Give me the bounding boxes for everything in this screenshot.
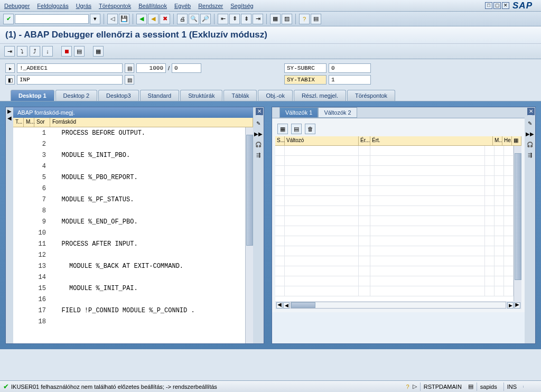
continue-icon[interactable]: ↓ (42, 46, 53, 57)
save-icon[interactable]: 💾 (119, 14, 129, 24)
first-page-icon[interactable]: ⇤ (218, 14, 228, 24)
help-icon[interactable]: ? (299, 14, 310, 24)
maximize-icon[interactable]: ▢ (493, 2, 501, 9)
hscroll-next-icon[interactable]: ▶ (507, 302, 514, 309)
source-close-icon[interactable]: ✕ (256, 108, 263, 115)
close-icon[interactable]: ✕ (502, 2, 509, 9)
variable-row[interactable] (275, 236, 514, 246)
tab-objects[interactable]: Obj.-ok (258, 90, 292, 101)
step-out-icon[interactable]: ⤴ (30, 46, 40, 57)
code-line[interactable]: 7 MODULE %_PF_STATUS. (13, 194, 245, 205)
event-input[interactable] (17, 75, 123, 85)
var-v-scrollbar[interactable] (514, 146, 521, 301)
tool-step-icon[interactable]: ▶▶ (254, 129, 263, 138)
step-into-icon[interactable]: ⇥ (4, 46, 15, 57)
next-page-icon[interactable]: ⇟ (241, 14, 251, 24)
col-m[interactable]: M... (24, 118, 34, 127)
back-icon[interactable]: ◁ (107, 14, 118, 24)
find-next-icon[interactable]: 🔎 (200, 14, 211, 24)
tab-breakpoints[interactable]: Töréspontok (347, 90, 395, 101)
back-green-icon[interactable]: ◀ (136, 14, 147, 24)
count1-input[interactable] (136, 63, 166, 73)
layout-icon[interactable]: ▤ (311, 14, 321, 24)
event-help-icon[interactable]: ▤ (125, 75, 134, 85)
menu-help[interactable]: Segítség (230, 3, 253, 9)
var-delete-icon[interactable]: 🗑 (305, 124, 315, 134)
last-page-icon[interactable]: ⇥ (253, 14, 263, 24)
menu-system[interactable]: Rendszer (198, 3, 223, 9)
hscroll-first-icon[interactable]: ⯇ (276, 302, 283, 309)
col-sor[interactable]: Sor (34, 118, 50, 127)
code-line[interactable]: 6 (13, 183, 245, 194)
watchpoint-icon[interactable]: ▤ (74, 46, 85, 57)
tab-tables[interactable]: Táblák (223, 90, 257, 101)
tool-edit2-icon[interactable]: ✎ (526, 119, 534, 127)
print-icon[interactable]: 🖨 (177, 14, 188, 24)
dropdown-icon[interactable]: ▾ (90, 14, 100, 24)
var-close-icon[interactable]: ✕ (527, 108, 535, 115)
code-line[interactable]: 15 MODULE %_INIT_PAI. (13, 283, 245, 294)
tool-headset2-icon[interactable]: 🎧 (526, 140, 534, 148)
tool-tree-icon[interactable]: ⇶ (254, 151, 263, 159)
minimize-icon[interactable]: □ (485, 2, 492, 9)
layout-save-icon[interactable]: ▦ (93, 46, 104, 57)
var-col-sel[interactable]: ▦ (512, 136, 521, 145)
program-input[interactable] (17, 63, 123, 73)
tool-step2-icon[interactable]: ▶▶ (526, 129, 534, 138)
code-line[interactable]: 10 (13, 227, 245, 238)
col-code[interactable]: Forráskód (50, 118, 253, 127)
var-col-e1[interactable]: Ér... (359, 136, 370, 145)
variable-row[interactable] (275, 216, 514, 226)
code-line[interactable]: 12 (13, 249, 245, 260)
find-icon[interactable]: 🔍 (189, 14, 199, 24)
var-grid[interactable] (275, 146, 514, 301)
code-line[interactable]: 8 (13, 205, 245, 216)
var-col-var[interactable]: Változó (285, 136, 359, 145)
code-line[interactable]: 13 MODULE %_BACK AT EXIT-COMMAND. (13, 260, 245, 272)
tab-desktop1[interactable]: Desktop 1 (11, 90, 54, 101)
variable-row[interactable] (275, 156, 514, 166)
code-line[interactable]: 2 (13, 138, 245, 150)
code-line[interactable]: 17 FIELD !P_CONNID MODULE %_P_CONNID . (13, 305, 245, 316)
code-line[interactable]: 5 MODULE %_PBO_REPORT. (13, 172, 245, 183)
code-line[interactable]: 14 (13, 272, 245, 283)
var-col-s[interactable]: S... (275, 136, 285, 145)
code-line[interactable]: 4 (13, 161, 245, 172)
variable-row[interactable] (275, 256, 514, 266)
variable-row[interactable] (275, 286, 514, 296)
var-tab2[interactable]: Változók 2 (318, 107, 357, 118)
var-table-icon[interactable]: ▦ (277, 124, 288, 134)
code-area[interactable]: 1 PROCESS BEFORE OUTPUT.23 MODULE %_INIT… (13, 127, 245, 343)
var-tab1[interactable]: Változók 1 (279, 107, 318, 118)
var-col-m[interactable]: M... (493, 136, 502, 145)
var-col-h[interactable]: He... (502, 136, 512, 145)
nav-left-icon[interactable]: ◀ (7, 115, 12, 121)
exit-icon[interactable]: ◀ (148, 14, 158, 24)
status-nav-icon[interactable]: ▷ (413, 383, 417, 390)
menu-processing[interactable]: Feldolgozás (37, 3, 68, 9)
stop-icon[interactable]: ⏹ (61, 46, 72, 57)
event-icon[interactable]: ◧ (5, 75, 15, 85)
menu-goto[interactable]: Ugrás (76, 3, 91, 9)
tab-desktop2[interactable]: Desktop 2 (55, 90, 98, 101)
variable-row[interactable] (275, 166, 514, 176)
variable-row[interactable] (275, 246, 514, 256)
code-line[interactable]: 16 (13, 294, 245, 305)
count2-input[interactable] (172, 63, 201, 73)
nav-right-icon[interactable]: ▶ (7, 108, 12, 114)
hscroll-prev-icon[interactable]: ◀ (283, 302, 290, 309)
step-over-icon[interactable]: ⤵ (17, 46, 27, 57)
tab-standard[interactable]: Standard (140, 90, 180, 101)
tab-detail[interactable]: Részl. megjel. (294, 90, 346, 101)
prev-page-icon[interactable]: ⇞ (229, 14, 240, 24)
menu-breakpoints[interactable]: Töréspontok (99, 3, 131, 9)
tab-desktop3[interactable]: Desktop3 (98, 90, 138, 101)
variable-row[interactable] (275, 176, 514, 186)
code-line[interactable]: 11 PROCESS AFTER INPUT. (13, 238, 245, 249)
var-list-icon[interactable]: ▤ (291, 124, 302, 134)
enter-icon[interactable]: ✔ (3, 14, 14, 24)
variable-row[interactable] (275, 226, 514, 236)
variable-row[interactable] (275, 276, 514, 286)
variable-row[interactable] (275, 146, 514, 156)
variable-row[interactable] (275, 206, 514, 216)
